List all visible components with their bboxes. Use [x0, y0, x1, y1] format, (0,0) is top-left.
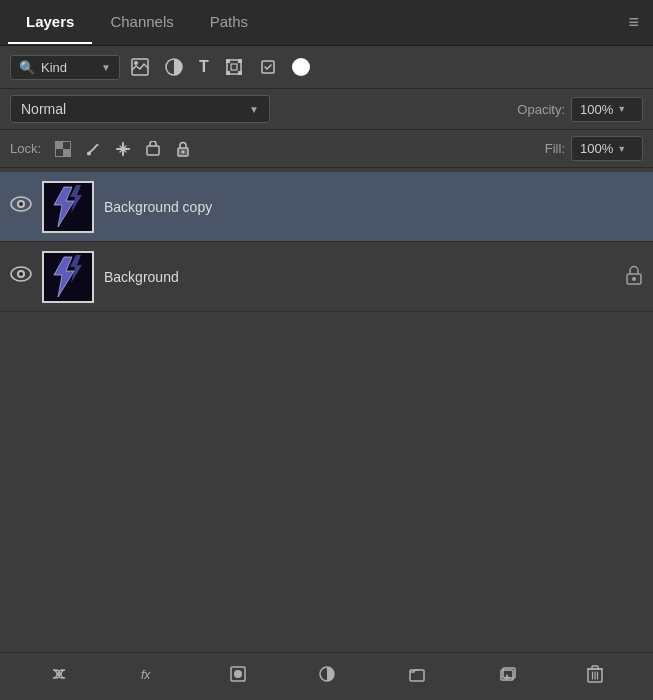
- svg-rect-15: [147, 146, 159, 155]
- kind-chevron-icon: ▼: [101, 62, 111, 73]
- svg-point-17: [182, 150, 185, 153]
- layer-item[interactable]: Background: [0, 242, 653, 312]
- svg-rect-6: [238, 59, 242, 63]
- layer-visibility-icon[interactable]: [10, 196, 32, 217]
- layer-locked-icon: [625, 265, 643, 289]
- svg-text:fx: fx: [141, 668, 151, 682]
- kind-label: Kind: [41, 60, 67, 75]
- filter-text-icon[interactable]: T: [194, 54, 214, 80]
- fill-value: 100%: [580, 141, 613, 156]
- panel-menu-icon[interactable]: ≡: [622, 8, 645, 37]
- svg-rect-7: [226, 71, 230, 75]
- filter-row: 🔍 Kind ▼ T: [0, 46, 653, 89]
- add-fx-button[interactable]: fx: [133, 661, 163, 692]
- text-icon-label: T: [199, 58, 209, 76]
- layers-list: Background copy Background: [0, 168, 653, 652]
- lock-artboard-button[interactable]: [141, 138, 165, 160]
- add-layer-button[interactable]: [492, 661, 522, 692]
- tab-bar: Layers Channels Paths ≡: [0, 0, 653, 46]
- opacity-value: 100%: [580, 102, 613, 117]
- add-adjustment-button[interactable]: [312, 661, 342, 692]
- lock-fill-row: Lock:: [0, 130, 653, 168]
- bottom-toolbar: fx: [0, 652, 653, 700]
- lock-label: Lock:: [10, 141, 41, 156]
- blend-mode-label: Normal: [21, 101, 66, 117]
- tab-layers[interactable]: Layers: [8, 1, 92, 44]
- opacity-chevron-icon: ▼: [617, 104, 626, 114]
- link-layers-button[interactable]: [44, 661, 74, 692]
- layer-thumbnail: [42, 181, 94, 233]
- delete-layer-button[interactable]: [581, 661, 609, 692]
- white-circle-icon: [292, 58, 310, 76]
- svg-rect-8: [238, 71, 242, 75]
- svg-point-27: [632, 277, 636, 281]
- layers-panel: Layers Channels Paths ≡ 🔍 Kind ▼: [0, 0, 653, 700]
- filter-adjustment-icon[interactable]: [160, 54, 188, 80]
- lock-image-button[interactable]: [81, 138, 105, 160]
- opacity-group: Opacity: 100% ▼: [517, 97, 643, 122]
- opacity-input[interactable]: 100% ▼: [571, 97, 643, 122]
- layer-name: Background copy: [104, 199, 643, 215]
- fill-group: Fill: 100% ▼: [545, 136, 643, 161]
- filter-smart-icon[interactable]: [254, 54, 282, 80]
- add-mask-button[interactable]: [223, 661, 253, 692]
- blend-opacity-row: Normal ▼ Opacity: 100% ▼: [0, 89, 653, 130]
- fill-label: Fill:: [545, 141, 565, 156]
- svg-point-30: [234, 670, 242, 678]
- layer-visibility-icon[interactable]: [10, 266, 32, 287]
- svg-rect-4: [231, 64, 237, 70]
- blend-chevron-icon: ▼: [249, 104, 259, 115]
- layer-name: Background: [104, 269, 615, 285]
- layer-thumbnail: [42, 251, 94, 303]
- filter-shape-icon[interactable]: [220, 54, 248, 80]
- svg-point-10: [87, 151, 91, 155]
- lock-transparent-button[interactable]: [51, 138, 75, 160]
- add-group-button[interactable]: [402, 661, 432, 692]
- checker-icon: [55, 141, 71, 157]
- filter-pixel-icon[interactable]: [126, 54, 154, 80]
- layer-item[interactable]: Background copy: [0, 172, 653, 242]
- tab-channels[interactable]: Channels: [92, 1, 191, 44]
- fill-chevron-icon: ▼: [617, 144, 626, 154]
- kind-dropdown[interactable]: 🔍 Kind ▼: [10, 55, 120, 80]
- svg-point-20: [19, 202, 23, 206]
- opacity-label: Opacity:: [517, 102, 565, 117]
- lock-all-button[interactable]: [171, 138, 195, 160]
- blend-mode-dropdown[interactable]: Normal ▼: [10, 95, 270, 123]
- svg-rect-5: [226, 59, 230, 63]
- tab-paths[interactable]: Paths: [192, 1, 266, 44]
- fill-input[interactable]: 100% ▼: [571, 136, 643, 161]
- svg-point-1: [134, 61, 138, 65]
- lock-position-button[interactable]: [111, 138, 135, 160]
- svg-point-24: [19, 272, 23, 276]
